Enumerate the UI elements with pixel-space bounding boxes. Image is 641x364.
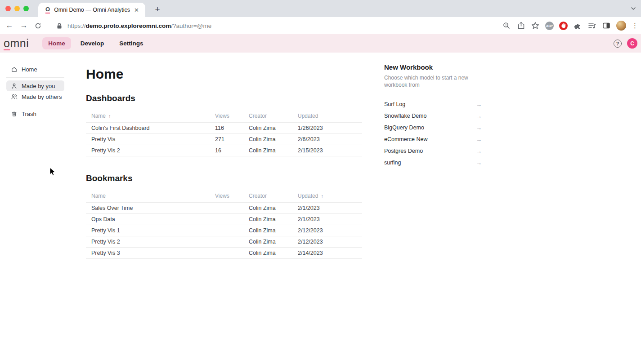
app-header: omni Home Develop Settings ? C [0, 34, 641, 53]
sidebar-item-trash[interactable]: Trash [6, 108, 64, 119]
cell-creator: Colin Zima [249, 227, 298, 234]
cell-name: Pretty Vis 2 [86, 239, 215, 245]
extensions-puzzle-icon[interactable] [573, 21, 582, 30]
arrow-right-icon: → [476, 136, 484, 143]
stop-hand-icon[interactable] [559, 22, 568, 30]
cell-updated: 1/26/2023 [298, 125, 362, 131]
section-dashboards: DashboardsName↑ViewsCreatorUpdatedColin'… [86, 93, 362, 156]
main-nav: Home Develop Settings [42, 37, 149, 49]
cell-creator: Colin Zima [249, 125, 298, 131]
section-title: Bookmarks [86, 173, 362, 183]
new-workbook-panel: New Workbook Choose which model to start… [384, 63, 484, 169]
column-header-views[interactable]: Views [215, 113, 249, 119]
omni-favicon-icon: O [45, 6, 50, 13]
cell-updated: 2/14/2023 [298, 250, 362, 256]
table-row[interactable]: Pretty Vis 216Colin Zima2/15/2023 [86, 145, 362, 156]
table-row[interactable]: Ops DataColin Zima2/1/2023 [86, 214, 362, 225]
zoom-icon[interactable] [502, 21, 511, 30]
table-row[interactable]: Pretty Vis 3Colin Zima2/14/2023 [86, 248, 362, 259]
url-scheme: https:// [67, 22, 86, 29]
profile-avatar[interactable] [616, 21, 626, 31]
workbook-model-label: eCommerce New [384, 136, 428, 142]
sidebar-item-made-by-others[interactable]: Made by others [6, 91, 64, 102]
workbook-model-snowflake-demo[interactable]: Snowflake Demo→ [384, 110, 484, 122]
trash-icon [11, 111, 18, 117]
new-tab-button[interactable]: + [151, 3, 164, 16]
nav-tab-settings[interactable]: Settings [113, 37, 149, 49]
forward-button[interactable]: → [19, 21, 29, 30]
workbook-model-postgres-demo[interactable]: Postgres Demo→ [384, 145, 484, 157]
arrow-right-icon: → [476, 113, 484, 120]
window-close-button[interactable] [5, 6, 11, 11]
bookmark-star-icon[interactable] [531, 21, 540, 30]
nav-tab-home[interactable]: Home [42, 37, 71, 49]
workbook-model-label: Surf Log [384, 101, 405, 107]
help-icon[interactable]: ? [614, 40, 622, 48]
window-controls [5, 6, 29, 11]
cell-name: Pretty Vis [86, 136, 215, 142]
browser-tabstrip: O Omni Demo — Omni Analytics ✕ + [0, 0, 641, 17]
menu-kebab-icon[interactable]: ⋮ [632, 22, 638, 30]
table-row[interactable]: Pretty Vis271Colin Zima2/6/2023 [86, 134, 362, 145]
cell-name: Colin's First Dashboard [86, 125, 215, 131]
sidebar-item-label: Made by others [22, 93, 62, 100]
workbook-model-label: Postgres Demo [384, 148, 423, 154]
window-minimize-button[interactable] [14, 6, 20, 11]
reload-button[interactable] [33, 21, 42, 30]
column-header-updated[interactable]: Updated [298, 113, 362, 119]
column-header-views[interactable]: Views [215, 193, 249, 199]
column-header-updated[interactable]: Updated↑ [298, 193, 362, 199]
lock-icon[interactable] [55, 21, 64, 30]
cell-creator: Colin Zima [249, 147, 298, 154]
table-row[interactable]: Sales Over TimeColin Zima2/1/2023 [86, 203, 362, 214]
table-body: Sales Over TimeColin Zima2/1/2023Ops Dat… [86, 202, 362, 259]
arrow-right-icon: → [476, 124, 484, 131]
workbook-model-bigquery-demo[interactable]: BigQuery Demo→ [384, 122, 484, 133]
column-header-name[interactable]: Name [86, 193, 215, 199]
cell-name: Pretty Vis 3 [86, 250, 215, 256]
tab-search-chevron-icon[interactable] [630, 5, 637, 12]
workbook-model-list: Surf Log→Snowflake Demo→BigQuery Demo→eC… [384, 98, 484, 169]
cell-creator: Colin Zima [249, 136, 298, 142]
workbook-model-ecommerce-new[interactable]: eCommerce New→ [384, 133, 484, 145]
url-path: /?author=@me [171, 22, 211, 29]
workbook-model-surf-log[interactable]: Surf Log→ [384, 98, 484, 110]
table-header-row: Name↑ViewsCreatorUpdated [86, 112, 362, 120]
column-header-name[interactable]: Name↑ [86, 113, 215, 119]
table-row[interactable]: Pretty Vis 2Colin Zima2/12/2023 [86, 236, 362, 248]
table-row[interactable]: Pretty Vis 1Colin Zima2/12/2023 [86, 225, 362, 236]
workbook-model-surfing[interactable]: surfing→ [384, 157, 484, 169]
side-panel-icon[interactable] [602, 21, 611, 30]
cell-updated: 2/15/2023 [298, 147, 362, 154]
sidebar-list: HomeMade by youMade by othersTrash [6, 64, 64, 119]
browser-tab[interactable]: O Omni Demo — Omni Analytics ✕ [38, 3, 145, 17]
table-row[interactable]: Colin's First Dashboard116Colin Zima1/26… [86, 123, 362, 134]
column-header-creator[interactable]: Creator [249, 193, 298, 199]
workbook-model-label: BigQuery Demo [384, 124, 424, 131]
sidebar-item-home[interactable]: Home [6, 64, 64, 75]
column-header-creator[interactable]: Creator [249, 113, 298, 119]
cell-creator: Colin Zima [249, 239, 298, 245]
adblock-plus-badge[interactable]: ABP [545, 22, 554, 30]
arrow-right-icon: → [476, 148, 484, 155]
share-icon[interactable] [516, 21, 525, 30]
back-button[interactable]: ← [4, 21, 14, 30]
omni-logo[interactable]: omni [4, 38, 29, 49]
cell-name: Pretty Vis 2 [86, 147, 215, 154]
cell-creator: Colin Zima [249, 216, 298, 222]
user-avatar[interactable]: C [627, 38, 637, 49]
arrow-right-icon: → [476, 160, 484, 166]
sidebar-item-made-by-you[interactable]: Made by you [6, 80, 64, 91]
media-controls-icon[interactable] [587, 21, 596, 30]
section-bookmarks: BookmarksNameViewsCreatorUpdated↑Sales O… [86, 173, 362, 259]
table-header-row: NameViewsCreatorUpdated↑ [86, 192, 362, 200]
workbook-panel-title: New Workbook [384, 63, 484, 71]
cell-updated: 2/1/2023 [298, 205, 362, 211]
tab-close-icon[interactable]: ✕ [132, 6, 141, 14]
nav-tab-develop[interactable]: Develop [75, 37, 110, 49]
window-maximize-button[interactable] [23, 6, 29, 11]
section-title: Dashboards [86, 93, 362, 103]
cell-name: Pretty Vis 1 [86, 227, 215, 234]
cell-updated: 2/6/2023 [298, 136, 362, 142]
address-bar[interactable]: https://demo.proto.exploreomni.com/?auth… [67, 22, 211, 29]
